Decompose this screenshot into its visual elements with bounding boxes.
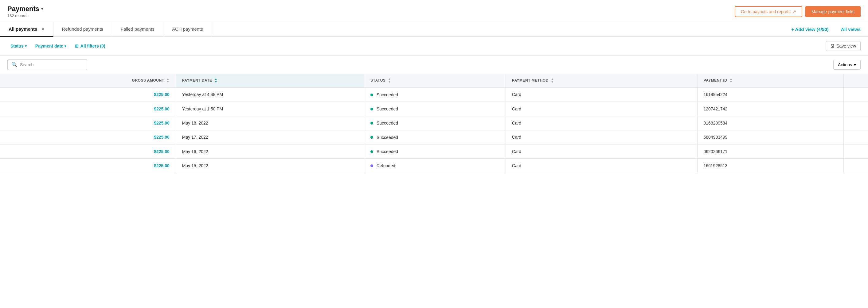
manage-payment-links-button[interactable]: Manage payment links: [805, 6, 861, 17]
add-view-button[interactable]: + Add view (4/50): [786, 23, 834, 36]
cell-payment-date: May 18, 2022: [176, 116, 364, 130]
record-count: 162 records: [7, 13, 43, 18]
status-dot: [370, 136, 373, 139]
cell-payment-id: 0168209534: [697, 116, 843, 130]
all-views-button[interactable]: All views: [838, 23, 863, 36]
cell-status: Succeeded: [364, 102, 506, 116]
tab-refunded-payments[interactable]: Refunded payments: [54, 22, 112, 37]
title-dropdown-icon[interactable]: ▾: [41, 7, 43, 11]
external-link-icon: ↗: [793, 9, 796, 14]
status-label: Succeeded: [377, 106, 398, 111]
col-header-payment-id[interactable]: PAYMENT ID ▲▼: [697, 74, 843, 88]
cell-payment-id: 6804983499: [697, 130, 843, 144]
cell-status: Succeeded: [364, 88, 506, 102]
cell-status: Succeeded: [364, 116, 506, 130]
sort-icon-payment-id: ▲▼: [730, 78, 732, 84]
payment-date-dropdown-icon: ▾: [64, 44, 66, 48]
cell-extra: [843, 144, 868, 158]
cell-extra: [843, 130, 868, 144]
cell-gross-amount[interactable]: $225.00: [0, 116, 176, 130]
page-title-text: Payments: [7, 5, 39, 13]
cell-gross-amount[interactable]: $225.00: [0, 102, 176, 116]
status-label: Refunded: [377, 164, 395, 168]
cell-payment-method: Card: [505, 88, 697, 102]
status-label: Succeeded: [377, 92, 398, 97]
status-dot: [370, 108, 373, 110]
cell-payment-method: Card: [505, 159, 697, 173]
page-title-row: Payments ▾: [7, 5, 43, 13]
go-to-payouts-button[interactable]: Go to payouts and reports ↗: [735, 6, 802, 17]
header-left: Payments ▾ 162 records: [7, 5, 43, 18]
tab-ach-payments[interactable]: ACH payments: [163, 22, 212, 37]
cell-payment-id: 0620266171: [697, 144, 843, 158]
sort-icon-status: ▲▼: [388, 78, 391, 84]
search-actions-row: 🔍 Actions ▾: [0, 56, 868, 74]
all-filters-button[interactable]: ⊞ All filters (0): [72, 42, 108, 50]
cell-extra: [843, 159, 868, 173]
save-view-button[interactable]: 🖫 Save view: [826, 41, 861, 51]
payments-table: GROSS AMOUNT ▲▼ PAYMENT DATE ▲▼ STATUS ▲…: [0, 74, 868, 173]
cell-status: Succeeded: [364, 144, 506, 158]
search-input[interactable]: [20, 62, 83, 67]
search-icon: 🔍: [11, 62, 18, 67]
status-dot: [370, 150, 373, 153]
filter-bar: Status ▾ Payment date ▾ ⊞ All filters (0…: [0, 37, 868, 56]
status-dot: [370, 94, 373, 96]
sort-icon-payment-date: ▲▼: [214, 78, 217, 84]
cell-payment-id: 1661928513: [697, 159, 843, 173]
tab-failed-payments[interactable]: Failed payments: [112, 22, 163, 37]
cell-status: Refunded: [364, 159, 506, 173]
sort-icon-gross-amount: ▲▼: [166, 78, 169, 84]
sort-icon-payment-method: ▲▼: [551, 78, 554, 84]
cell-extra: [843, 116, 868, 130]
cell-payment-id: 1207421742: [697, 102, 843, 116]
cell-gross-amount[interactable]: $225.00: [0, 159, 176, 173]
status-dot: [370, 164, 373, 167]
status-label: Succeeded: [377, 121, 398, 126]
cell-gross-amount[interactable]: $225.00: [0, 88, 176, 102]
col-header-status[interactable]: STATUS ▲▼: [364, 74, 506, 88]
col-header-payment-date[interactable]: PAYMENT DATE ▲▼: [176, 74, 364, 88]
cell-payment-date: May 15, 2022: [176, 159, 364, 173]
cell-gross-amount[interactable]: $225.00: [0, 130, 176, 144]
col-header-gross-amount[interactable]: GROSS AMOUNT ▲▼: [0, 74, 176, 88]
search-box[interactable]: 🔍: [7, 59, 87, 70]
table-header-row: GROSS AMOUNT ▲▼ PAYMENT DATE ▲▼ STATUS ▲…: [0, 74, 868, 88]
filter-left: Status ▾ Payment date ▾ ⊞ All filters (0…: [7, 42, 108, 50]
actions-dropdown-icon: ▾: [854, 62, 856, 67]
payment-date-filter-button[interactable]: Payment date ▾: [32, 42, 69, 50]
header-right: Go to payouts and reports ↗ Manage payme…: [735, 6, 861, 17]
cell-payment-method: Card: [505, 116, 697, 130]
status-dot: [370, 122, 373, 125]
cell-payment-method: Card: [505, 102, 697, 116]
table-row: $225.00 Yesterday at 1:50 PM Succeeded C…: [0, 102, 868, 116]
status-dropdown-icon: ▾: [25, 44, 27, 48]
table-row: $225.00 May 15, 2022 Refunded Card 16619…: [0, 159, 868, 173]
col-header-payment-method[interactable]: PAYMENT METHOD ▲▼: [505, 74, 697, 88]
cell-payment-date: May 17, 2022: [176, 130, 364, 144]
table-row: $225.00 May 16, 2022 Succeeded Card 0620…: [0, 144, 868, 158]
tab-close-icon[interactable]: ✕: [41, 27, 44, 32]
cell-payment-method: Card: [505, 130, 697, 144]
cell-gross-amount[interactable]: $225.00: [0, 144, 176, 158]
page-header: Payments ▾ 162 records Go to payouts and…: [0, 0, 868, 22]
col-header-extra: [843, 74, 868, 88]
tab-actions: + Add view (4/50) All views: [781, 22, 868, 36]
tab-all-payments[interactable]: All payments ✕: [0, 22, 54, 37]
filter-icon: ⊞: [75, 43, 79, 48]
cell-payment-method: Card: [505, 144, 697, 158]
status-label: Succeeded: [377, 149, 398, 154]
tabs-bar: All payments ✕ Refunded payments Failed …: [0, 22, 868, 37]
table-row: $225.00 May 18, 2022 Succeeded Card 0168…: [0, 116, 868, 130]
table-row: $225.00 May 17, 2022 Succeeded Card 6804…: [0, 130, 868, 144]
cell-extra: [843, 102, 868, 116]
status-label: Succeeded: [377, 135, 398, 140]
status-filter-button[interactable]: Status ▾: [7, 42, 30, 50]
cell-payment-date: Yesterday at 1:50 PM: [176, 102, 364, 116]
payments-table-container: GROSS AMOUNT ▲▼ PAYMENT DATE ▲▼ STATUS ▲…: [0, 74, 868, 173]
actions-button[interactable]: Actions ▾: [833, 60, 861, 70]
cell-payment-date: Yesterday at 4:48 PM: [176, 88, 364, 102]
cell-payment-date: May 16, 2022: [176, 144, 364, 158]
cell-status: Succeeded: [364, 130, 506, 144]
table-row: $225.00 Yesterday at 4:48 PM Succeeded C…: [0, 88, 868, 102]
